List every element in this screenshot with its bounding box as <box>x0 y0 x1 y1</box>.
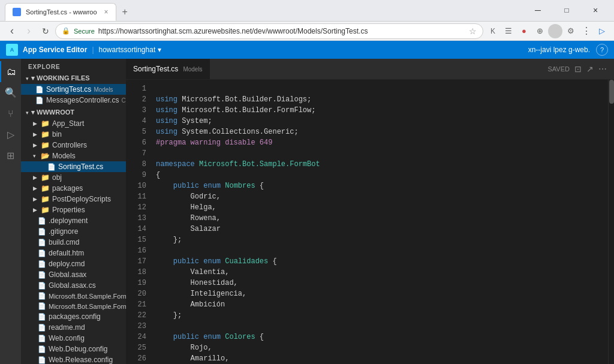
folder-icon-postdeploy: 📁 <box>41 195 50 203</box>
app-service-separator: | <box>92 46 94 54</box>
file-name-webconfig: Web.config <box>49 334 85 342</box>
close-button[interactable]: × <box>582 2 609 19</box>
app-service-site[interactable]: howartssortinghat ▾ <box>99 46 161 54</box>
folder-name-models: Models <box>52 152 76 160</box>
folder-arrow-appstart: ▶ <box>33 121 39 127</box>
account-icon[interactable]: A <box>548 24 562 38</box>
folder-arrow-bin: ▶ <box>33 131 39 137</box>
file-webreleaseconfig[interactable]: 📄 Web.Release.config <box>21 354 126 364</box>
profile-icon[interactable]: K <box>486 24 500 38</box>
search-icon[interactable]: 🔍 <box>0 82 21 103</box>
folder-name-controllers: Controllers <box>52 141 87 149</box>
code-lines[interactable]: using Microsoft.Bot.Builder.Dialogs; usi… <box>150 80 608 364</box>
file-webconfig[interactable]: 📄 Web.config <box>21 333 126 344</box>
tab-close-icon[interactable]: × <box>104 8 109 16</box>
file-globalasax[interactable]: 📄 Global.asax <box>21 269 126 280</box>
file-globalasaxcs[interactable]: 📄 Global.asax.cs <box>21 280 126 291</box>
file-defaulthtm[interactable]: 📄 default.htm <box>21 248 126 258</box>
file-deployment[interactable]: 📄 .deployment <box>21 215 126 226</box>
active-tab[interactable]: SortingTest.cs - wwwroo × <box>5 3 116 21</box>
folder-bin[interactable]: ▶ 📁 bin <box>21 129 126 140</box>
extension-icon[interactable]: ⚙ <box>564 24 578 38</box>
tab-title: SortingTest.cs - wwwroo <box>26 8 97 16</box>
file-icon-defaulthtm: 📄 <box>38 249 46 257</box>
folder-icon-controllers: 📁 <box>41 141 50 149</box>
wwwroot-arrow: ▾ <box>26 110 29 116</box>
file-name-deploycmd: deploy.cmd <box>49 260 85 268</box>
folder-properties[interactable]: ▶ 📁 Properties <box>21 204 126 215</box>
secure-label: Secure <box>74 28 95 35</box>
app-service-right: xn--javi lpez g-web. ? <box>528 44 608 56</box>
maximize-button[interactable]: □ <box>553 2 580 19</box>
split-editor-icon[interactable]: ⊡ <box>574 64 582 74</box>
folder-arrow-postdeploy: ▶ <box>33 196 39 202</box>
file-name-csproj: Microsoft.Bot.Sample.FormBot.cspro... <box>49 293 126 300</box>
refresh-button[interactable]: ↻ <box>38 24 53 38</box>
forward-button[interactable]: › <box>22 24 36 38</box>
explorer-icon[interactable]: 🗂 <box>0 61 21 82</box>
file-webdebugconfig[interactable]: 📄 Web.Debug.config <box>21 344 126 354</box>
folder-name-bin: bin <box>52 130 62 139</box>
vertical-scrollbar[interactable] <box>608 80 614 364</box>
git-icon[interactable]: ⑂ <box>0 103 21 124</box>
settings-icon[interactable]: ⋮ <box>579 24 594 38</box>
file-name-buildcmd: build.cmd <box>49 238 79 246</box>
help-icon[interactable]: ? <box>596 44 608 56</box>
working-files-section[interactable]: ▾ ▾ WORKING FILES <box>21 73 126 84</box>
app-service-bar: A App Service Editor | howartssortinghat… <box>0 41 614 59</box>
file-name-readmemd: readme.md <box>49 323 85 332</box>
file-readmemd[interactable]: 📄 readme.md <box>21 322 126 333</box>
minimize-button[interactable]: ─ <box>524 2 552 19</box>
file-deploycmd[interactable]: 📄 deploy.cmd <box>21 258 126 269</box>
explorer-heading: EXPLORE <box>21 59 126 73</box>
file-icon-1: 📄 <box>35 86 44 94</box>
star-icon[interactable]: ☆ <box>469 26 477 36</box>
file-packagesconfig[interactable]: 📄 packages.config <box>21 311 126 322</box>
file-gitignore[interactable]: 📄 .gitignore <box>21 226 126 237</box>
file-icon-webconfig: 📄 <box>38 335 46 342</box>
file-name-globalasaxcs: Global.asax.cs <box>49 281 96 290</box>
apps-icon[interactable]: ⊕ <box>532 24 547 38</box>
folder-packages[interactable]: ▶ 📁 packages <box>21 183 126 194</box>
file-name-sln: Microsoft.Bot.Sample.FormBot.sln <box>49 303 126 310</box>
cast-icon[interactable]: ▷ <box>595 24 609 38</box>
file-sln[interactable]: 📄 Microsoft.Bot.Sample.FormBot.sln <box>21 301 126 311</box>
code-editor[interactable]: 12345678910 11121314151617181920 2122232… <box>126 80 614 364</box>
file-name-packagesconfig: packages.config <box>49 312 101 321</box>
folder-appstart[interactable]: ▶ 📁 App_Start <box>21 118 126 129</box>
folder-obj[interactable]: ▶ 📁 obj <box>21 172 126 183</box>
extensions-icon[interactable]: ⊞ <box>0 145 21 166</box>
lock-icon: 🔒 <box>62 27 70 35</box>
file-icon-sln: 📄 <box>38 302 46 310</box>
address-bar[interactable]: 🔒 Secure https://howartssortinghat.scm.a… <box>55 23 483 39</box>
nav-action-icons: K ☰ ● ⊕ A ⚙ ⋮ ▷ <box>486 24 609 38</box>
file-icon-webdebugconfig: 📄 <box>38 345 46 353</box>
new-tab-button[interactable]: + <box>116 3 134 21</box>
folder-controllers[interactable]: ▶ 📁 Controllers <box>21 140 126 151</box>
file-csproj[interactable]: 📄 Microsoft.Bot.Sample.FormBot.cspro... <box>21 291 126 301</box>
folder-postdeploy[interactable]: ▶ 📁 PostDeployScripts <box>21 194 126 204</box>
debug-icon[interactable]: ▷ <box>0 124 21 145</box>
wwwroot-section[interactable]: ▾ ▾ WWWROOT <box>21 106 126 118</box>
saved-status: SAVED ⊡ ↗ ⋯ <box>541 58 614 79</box>
editor-tab-badge: Models <box>183 66 202 73</box>
bookmark-icon[interactable]: ☰ <box>501 24 516 38</box>
working-file-1[interactable]: 📄 SortingTest.cs Models <box>21 84 126 95</box>
file-buildcmd[interactable]: 📄 build.cmd <box>21 237 126 248</box>
back-button[interactable]: ‹ <box>5 24 19 38</box>
scrollbar-thumb[interactable] <box>609 80 614 104</box>
file-sortingtest-tree[interactable]: 📄 SortingTest.cs <box>21 161 126 172</box>
user-name: xn--javi lpez g-web. <box>528 46 590 54</box>
app-service-logo: A <box>6 44 18 56</box>
folder-arrow-properties: ▶ <box>33 207 39 213</box>
folder-models[interactable]: ▾ 📂 Models <box>21 151 126 161</box>
open-in-icon[interactable]: ↗ <box>586 64 594 74</box>
working-file-2[interactable]: 📄 MessagesController.cs Controllers <box>21 95 126 106</box>
folder-icon-bin: 📁 <box>41 130 50 139</box>
more-actions-icon[interactable]: ⋯ <box>598 64 607 74</box>
editor-tab-filename: SortingTest.cs <box>133 65 178 73</box>
file-icon-csproj: 📄 <box>38 292 46 300</box>
folder-name-properties: Properties <box>52 206 85 214</box>
history-icon[interactable]: ● <box>517 24 531 38</box>
editor-tab-sortingtest[interactable]: SortingTest.cs Models <box>126 58 210 79</box>
